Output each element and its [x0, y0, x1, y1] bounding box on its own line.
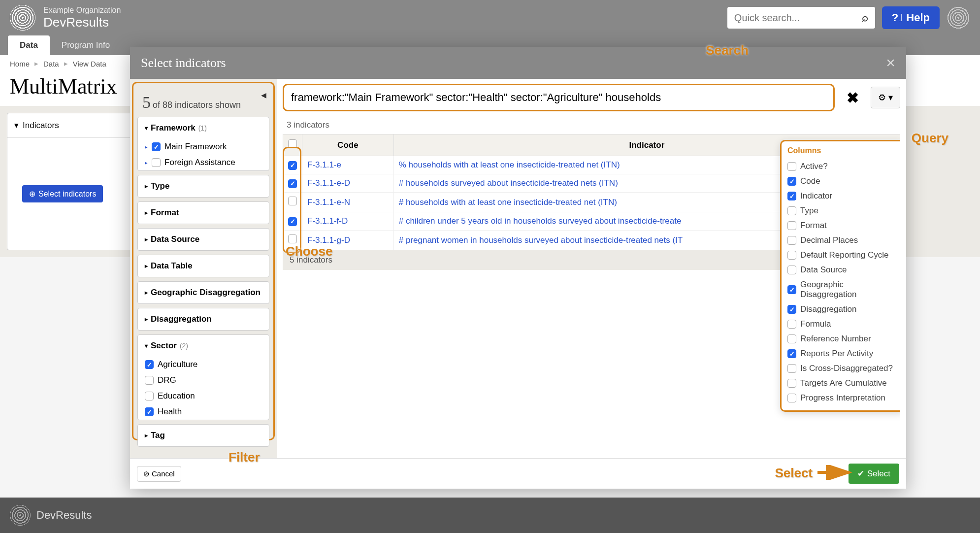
filter-checkbox[interactable]: ✓: [145, 360, 154, 369]
column-toggle-item[interactable]: ✓Geographic Disaggregation: [787, 277, 898, 302]
filter-group: ▸ Data Source: [137, 228, 269, 251]
expand-caret-icon[interactable]: ▸: [145, 144, 148, 150]
modal-title: Select indicators: [141, 56, 226, 70]
filter-group: ▸ Disaggregation: [137, 308, 269, 331]
filter-group-header[interactable]: ▾ Sector (2): [138, 335, 269, 357]
row-checkbox[interactable]: ✓: [288, 161, 297, 170]
select-all-checkbox[interactable]: [288, 139, 297, 148]
column-checkbox[interactable]: ✓: [787, 192, 796, 200]
column-toggle-item[interactable]: Targets Are Cumulative: [787, 376, 898, 391]
filter-item-label: Foreign Assistance: [164, 158, 235, 167]
filter-item[interactable]: ✓Agriculture: [138, 357, 269, 372]
caret-icon: ▸: [145, 236, 148, 243]
column-toggle-item[interactable]: Reference Number: [787, 332, 898, 346]
row-code[interactable]: F-3.1.1-e: [302, 156, 394, 174]
cancel-button[interactable]: ⊘ Cancel: [137, 466, 181, 482]
column-toggle-item[interactable]: ✓Code: [787, 174, 898, 189]
columns-popover-title: Columns: [787, 146, 898, 155]
row-code[interactable]: F-3.1.1-e-N: [302, 193, 394, 212]
tab-program-info[interactable]: Program Info: [50, 35, 122, 55]
column-checkbox[interactable]: [787, 320, 796, 329]
filter-group-header[interactable]: ▸ Data Source: [138, 229, 269, 250]
filter-group-label: Sector: [151, 341, 177, 351]
column-checkbox[interactable]: [787, 236, 796, 245]
column-checkbox[interactable]: ✓: [787, 305, 796, 314]
column-checkbox[interactable]: [787, 266, 796, 274]
column-checkbox[interactable]: [787, 162, 796, 171]
tab-data[interactable]: Data: [8, 35, 50, 55]
row-checkbox[interactable]: ✓: [288, 179, 297, 188]
filter-group-header[interactable]: ▸ Type: [138, 175, 269, 197]
filter-checkbox[interactable]: [152, 158, 161, 167]
column-toggle-item[interactable]: ✓Reports Per Activity: [787, 346, 898, 361]
row-code[interactable]: F-3.1.1-e-D: [302, 174, 394, 193]
column-toggle-item[interactable]: Type: [787, 203, 898, 218]
filter-item[interactable]: DRG: [138, 372, 269, 388]
quick-search-input[interactable]: [734, 12, 862, 24]
row-code[interactable]: F-3.1.1-g-D: [302, 231, 394, 250]
filter-group-header[interactable]: ▾ Framework (1): [138, 117, 269, 139]
column-toggle-item[interactable]: ✓Disaggregation: [787, 302, 898, 317]
select-button[interactable]: ✔ Select: [849, 464, 899, 484]
collapse-caret-icon[interactable]: ◀: [261, 91, 266, 99]
filter-group-header[interactable]: ▸ Tag: [138, 425, 269, 446]
filter-item[interactable]: ✓Health: [138, 404, 269, 420]
column-toggle-item[interactable]: Progress Interpretation: [787, 391, 898, 405]
filter-group-label: Data Table: [151, 261, 193, 271]
close-icon[interactable]: ×: [886, 54, 895, 72]
quick-search-box[interactable]: ⌕: [727, 7, 875, 29]
search-icon[interactable]: ⌕: [862, 11, 868, 24]
filter-group-header[interactable]: ▸ Disaggregation: [138, 308, 269, 330]
query-search-box[interactable]: [283, 84, 835, 111]
column-toggle-item[interactable]: ✓Indicator: [787, 189, 898, 203]
column-checkbox[interactable]: [787, 334, 796, 343]
column-checkbox[interactable]: ✓: [787, 285, 796, 294]
filter-checkbox[interactable]: ✓: [152, 142, 161, 151]
filter-group-count: (2): [180, 342, 188, 350]
row-code[interactable]: F-3.1.1-f-D: [302, 212, 394, 231]
column-checkbox[interactable]: [787, 206, 796, 215]
select-indicators-modal: Select indicators × ◀ 5 of 88 indicators…: [130, 47, 906, 489]
column-checkbox[interactable]: ✓: [787, 177, 796, 186]
column-checkbox[interactable]: [787, 394, 796, 402]
indicators-panel-label: Indicators: [23, 121, 59, 131]
select-indicators-button[interactable]: ⊕ Select indicators: [22, 185, 103, 202]
column-checkbox[interactable]: [787, 221, 796, 230]
column-toggle-item[interactable]: Format: [787, 218, 898, 233]
query-input[interactable]: [287, 88, 830, 107]
filter-group-header[interactable]: ▸ Data Table: [138, 255, 269, 277]
column-checkbox[interactable]: [787, 251, 796, 260]
clear-search-icon[interactable]: ✖: [840, 89, 866, 106]
column-toggle-item[interactable]: Data Source: [787, 263, 898, 277]
column-toggle-item[interactable]: Formula: [787, 317, 898, 332]
column-toggle-item[interactable]: Is Cross-Disaggregated?: [787, 361, 898, 376]
filter-checkbox[interactable]: [145, 376, 154, 385]
expand-caret-icon[interactable]: ▸: [145, 160, 148, 166]
shown-count: 5: [142, 93, 151, 112]
column-header-code[interactable]: Code: [302, 134, 394, 156]
row-checkbox[interactable]: ✓: [288, 217, 297, 226]
filter-item[interactable]: ▸Foreign Assistance: [138, 155, 269, 170]
column-toggle-item[interactable]: Decimal Places: [787, 233, 898, 248]
filter-group-header[interactable]: ▸ Geographic Disaggregation: [138, 282, 269, 303]
row-checkbox[interactable]: [288, 197, 297, 205]
column-toggle-item[interactable]: Default Reporting Cycle: [787, 248, 898, 263]
column-toggle-item[interactable]: Active?: [787, 159, 898, 174]
globe-icon[interactable]: [947, 6, 970, 30]
column-checkbox[interactable]: [787, 364, 796, 373]
help-button[interactable]: ?⃝ Help: [882, 6, 940, 29]
filter-checkbox[interactable]: [145, 392, 154, 400]
filter-item[interactable]: Education: [138, 388, 269, 404]
row-checkbox[interactable]: [288, 234, 297, 243]
filter-group-header[interactable]: ▸ Format: [138, 202, 269, 224]
filter-checkbox[interactable]: ✓: [145, 407, 154, 416]
breadcrumb-item[interactable]: View Data: [73, 60, 106, 68]
breadcrumb-item[interactable]: Home: [10, 60, 30, 68]
column-checkbox[interactable]: [787, 379, 796, 388]
filter-group-label: Geographic Disaggregation: [151, 288, 261, 298]
filter-item[interactable]: ▸✓Main Framework: [138, 139, 269, 155]
breadcrumb-item[interactable]: Data: [43, 60, 59, 68]
gear-button[interactable]: ⚙ ▾: [871, 87, 900, 108]
filter-group: ▸ Type: [137, 175, 269, 198]
column-checkbox[interactable]: ✓: [787, 349, 796, 358]
